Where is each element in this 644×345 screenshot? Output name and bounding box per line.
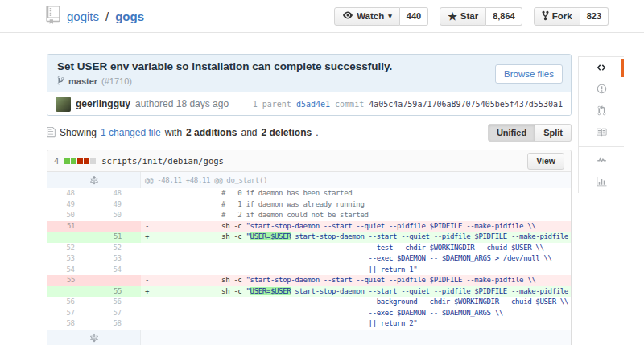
line-number-new: 55 [94, 286, 141, 298]
diff-line-marker [145, 318, 156, 330]
diff-code-line: # 2 if daemon could not be started [141, 210, 571, 221]
browse-files-button[interactable]: Browse files [495, 64, 563, 84]
wiki-book-icon [596, 126, 607, 141]
commit-title: Set USER env variable so installation ca… [57, 60, 495, 73]
diff-line-marker: - [145, 275, 156, 286]
star-group: ★ Star 8,864 [440, 7, 522, 26]
branch-name[interactable]: master [68, 76, 97, 86]
file-diff-box: 4 scripts/init/debian/gogs View @@ -48,1… [47, 150, 572, 345]
parent-sha-link[interactable]: d5ad4e1 [296, 100, 330, 109]
unfold-icon [90, 333, 98, 343]
diff-code-line: - sh -c "start-stop-daemon --start --qui… [141, 275, 571, 286]
period: . [316, 127, 318, 138]
star-button[interactable]: ★ Star [440, 7, 486, 26]
split-button[interactable]: Split [535, 124, 572, 142]
repo-owner-link[interactable]: gogits [67, 10, 99, 23]
commit-branch-row: master (#1710) [57, 76, 495, 87]
commit-meta-row: geerlingguy authored 18 days ago 1 paren… [47, 92, 571, 115]
watch-group: Watch ▾ 440 [334, 7, 428, 26]
line-number-old: 55 [47, 275, 94, 286]
code-segment: --exec $DAEMON -- $DAEMON_ARGS \\ [156, 309, 503, 317]
code-segment: # 1 if daemon was already running [156, 200, 365, 208]
file-path[interactable]: scripts/init/debian/gogs [101, 156, 522, 166]
sidebar-item-code[interactable] [579, 57, 624, 79]
fork-label: Fork [552, 11, 572, 21]
changed-file-link[interactable]: 1 changed file [101, 127, 161, 138]
watch-button[interactable]: Watch ▾ [334, 7, 400, 26]
sidebar-item-issues[interactable] [579, 79, 624, 101]
sidebar-item-wiki[interactable] [579, 122, 624, 144]
diff-row-expand [47, 330, 571, 345]
diffstat-block [64, 158, 70, 164]
breadcrumb: gogits / gogs [46, 6, 334, 27]
watch-count[interactable]: 440 [400, 7, 428, 26]
diff-row-add: 51+ sh -c "USER=$USER start-stop-daemon … [47, 232, 571, 243]
diff-row-context: 5353 --exec $DAEMON -- $DAEMON_ARGS > /d… [47, 253, 571, 265]
commit-author[interactable]: geerlingguy [76, 98, 130, 109]
sidebar-item-pull-requests[interactable] [579, 101, 624, 122]
diff-line-marker [145, 243, 156, 254]
main-content: Set USER env variable so installation ca… [47, 33, 572, 345]
unfold-gutter[interactable] [47, 172, 141, 188]
line-number-new: 54 [94, 265, 141, 276]
line-number-old: 57 [47, 308, 94, 319]
code-segment: " [246, 287, 250, 295]
line-number-new: 50 [94, 210, 141, 221]
code-segment: # 2 if daemon could not be started [156, 211, 369, 219]
view-file-button[interactable]: View [527, 153, 564, 170]
repo-name-link[interactable]: gogs [115, 10, 144, 23]
fork-button[interactable]: Fork [534, 7, 580, 26]
diff-row-del: 55- sh -c "start-stop-daemon --start --q… [47, 275, 571, 286]
line-number-old: 53 [47, 253, 94, 265]
code-segment: USER=$USER [250, 232, 291, 240]
pull-request-ref[interactable]: (#1710) [101, 76, 132, 86]
diff-code-line: + sh -c "USER=$USER start-stop-daemon --… [141, 232, 571, 243]
diff-summary-row: Showing 1 changed file with 2 additions … [47, 123, 572, 142]
diff-row-context: 5252 --test --chdir $WORKINGDIR --chuid … [47, 243, 571, 254]
sidebar-item-graphs[interactable] [579, 171, 624, 193]
sidebar-item-pulse[interactable] [579, 150, 624, 171]
unified-button[interactable]: Unified [488, 124, 535, 142]
code-segment: USER=$USER [250, 287, 291, 295]
line-number-new: 56 [94, 297, 141, 308]
hunk-range: @@ -48,11 +48,11 @@ do_start() [145, 176, 267, 184]
diff-line-marker [145, 188, 156, 199]
diff-code-line: --exec $DAEMON -- $DAEMON_ARGS > /dev/nu… [141, 253, 571, 265]
eye-icon [342, 10, 353, 22]
file-icon [47, 126, 56, 140]
diff-line-marker: - [145, 221, 156, 232]
code-segment: || return 1" [156, 265, 417, 273]
commit-header: Set USER env variable so installation ca… [47, 55, 571, 92]
unfold-icon [90, 175, 98, 186]
hunk-header-text: @@ -48,11 +48,11 @@ do_start() [141, 172, 571, 188]
star-count[interactable]: 8,864 [486, 7, 522, 26]
diff-code-line: - sh -c "start-stop-daemon --start --qui… [141, 221, 571, 232]
line-number-new: 49 [94, 199, 141, 211]
diff-row-context: 5858 || return 2" [47, 318, 571, 330]
diff-row-context: 4848 # 0 if daemon has been started [47, 188, 571, 199]
diff-line-marker [145, 210, 156, 221]
star-icon: ★ [448, 11, 457, 22]
sidebar-divider [579, 146, 624, 147]
diffstat-block [71, 158, 76, 164]
diff-table: @@ -48,11 +48,11 @@ do_start()4848 # 0 i… [47, 172, 571, 345]
code-segment: sh -c [156, 222, 246, 230]
with-text: with [165, 127, 182, 138]
code-segment: sh -c [156, 232, 246, 240]
avatar[interactable] [56, 97, 71, 112]
code-segment: --test --chdir $WORKINGDIR --chuid $USER… [156, 244, 544, 252]
code-segment: --exec $DAEMON -- $DAEMON_ARGS > /dev/nu… [156, 254, 552, 262]
repo-actions: Watch ▾ 440 ★ Star 8,864 Fork 823 [334, 7, 609, 26]
line-number-old [47, 232, 94, 243]
pulse-icon [597, 154, 607, 168]
unfold-gutter[interactable] [47, 330, 141, 345]
line-number-old: 51 [47, 221, 94, 232]
diff-code-line: # 1 if daemon was already running [141, 199, 571, 211]
diff-line-marker [145, 297, 156, 308]
diff-row-del: 51- sh -c "start-stop-daemon --start --q… [47, 221, 571, 232]
line-number-old: 52 [47, 243, 94, 254]
code-segment: "start-stop-daemon --start --quiet --pid… [246, 276, 536, 284]
diff-row-hunk: @@ -48,11 +48,11 @@ do_start() [47, 172, 571, 188]
fork-count[interactable]: 823 [580, 7, 609, 26]
diff-end-spacer [141, 330, 571, 345]
